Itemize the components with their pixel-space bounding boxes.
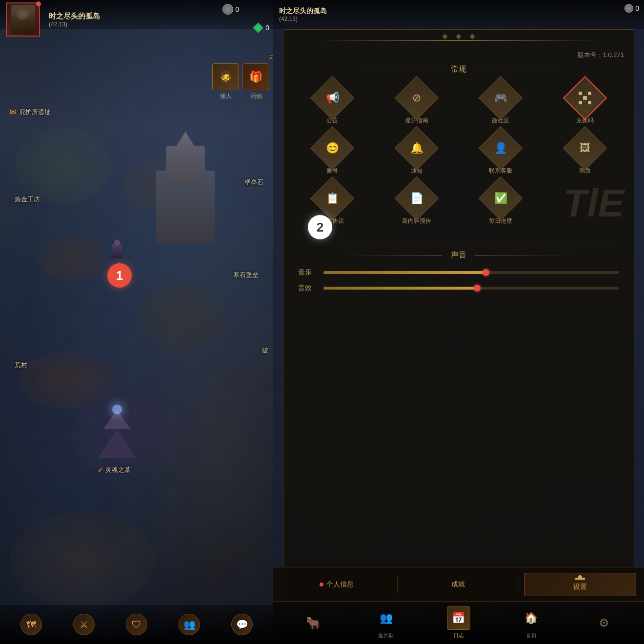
diamond-announcement: 📢 [310, 76, 355, 120]
nav-icon-battle: ⚔ [73, 614, 95, 635]
shelter-area: ✉ 庇护所遗址 [10, 107, 51, 117]
nav-btn-battle[interactable]: ⚔ [73, 614, 95, 635]
nav-icon-map: 🗺 [20, 614, 42, 635]
icon-cell-support[interactable]: 👤 联系客服 [462, 133, 540, 175]
right-location-name: 时之尽头的孤岛 [279, 7, 327, 16]
diamond-account: 😊 [310, 126, 355, 171]
music-slider-track[interactable] [323, 271, 619, 274]
icon-cell-redeem[interactable]: 兑换码 [546, 82, 624, 125]
right-location-info: 时之尽头的孤岛 (42,13) [279, 7, 327, 22]
announcement-icon: 📢 [326, 92, 339, 104]
icon-cell-quality[interactable]: 🖼 画质 [546, 133, 624, 175]
support-icon: 👤 [494, 142, 507, 155]
icon-cell-account[interactable]: 😊 账号 [293, 133, 372, 175]
qr-c1 [579, 92, 582, 95]
tab-label-home: 首页 [526, 632, 537, 639]
avatar-box[interactable] [6, 2, 40, 37]
coin-icon-left [222, 4, 233, 15]
activity-button[interactable]: 🎁 活动 [242, 63, 269, 100]
icon-cell-privacy[interactable]: 📋 隐私协议 [293, 183, 372, 225]
gem-display-left: 0 [253, 22, 269, 33]
settings-diamond-icon [575, 578, 585, 580]
settings-overlay: 版本号：1.0.271 常规 📢 公告 ⊘ 提升指南 [283, 29, 634, 600]
sound-section: 声音 音乐 音效 [283, 250, 634, 293]
qr-c5 [583, 96, 586, 99]
avatar-container[interactable] [6, 2, 40, 37]
sfx-slider-thumb[interactable] [474, 285, 481, 292]
nav-btn-chat[interactable]: 💬 [231, 614, 253, 635]
diamond-guide: ⊘ [394, 76, 439, 120]
diamond-quality: 🖼 [563, 126, 607, 171]
nav-btn-map[interactable]: 🗺 [20, 614, 42, 635]
qr-c2 [583, 92, 586, 95]
shelter-icon: ✉ [10, 107, 16, 117]
nav-btn-team[interactable]: 👥 [179, 614, 200, 635]
music-slider-fill [323, 271, 486, 274]
music-slider-thumb[interactable] [483, 269, 489, 276]
dwarf-button[interactable]: 🧔 矮人 [212, 63, 239, 100]
diamond-privacy: 📋 [310, 176, 355, 221]
nav-icon-chat: 💬 [231, 614, 253, 635]
avatar-figure [11, 5, 35, 34]
coin-count-left: 0 [235, 5, 239, 13]
tab-icon-return: 👥 [374, 606, 398, 630]
tab-item-left-demon[interactable]: 🐂 [302, 611, 325, 635]
sfx-slider-track[interactable] [323, 287, 619, 290]
soul-grave-label-container: ✓ 灵魂之墓 [98, 466, 131, 474]
icon-cell-notify[interactable]: 🔔 通知 [378, 133, 456, 175]
icon-cell-daily[interactable]: ✅ 每日进度 [462, 183, 540, 225]
qr-code-icon [579, 92, 591, 104]
top-diamond-2 [456, 34, 461, 39]
settings-top-decoration [283, 30, 634, 39]
activity-label: 活动 [250, 92, 262, 100]
redeem-icon [579, 92, 591, 104]
icon-cell-preview[interactable]: 📄 新内容预告 [378, 183, 456, 225]
right-location-coords: (42,13) [279, 16, 327, 22]
settings-content: 版本号：1.0.271 常规 📢 公告 ⊘ 提升指南 [283, 43, 634, 243]
tab-icon-home: 🏠 [520, 606, 543, 630]
avatar-dot [36, 1, 41, 6]
step-badge-2: 2 [308, 215, 332, 239]
qr-c4 [579, 96, 582, 99]
community-icon: 🎮 [494, 92, 507, 104]
left-panel: 时之尽头的孤岛 (42,13) 0 0 天际步道人口 🧔 矮人 🎁 活动 ✉ 庇… [0, 0, 273, 644]
top-bar-right: 时之尽头的孤岛 (42,13) 0 [273, 0, 644, 29]
sfx-label: 音效 [298, 284, 318, 293]
tab-item-daily[interactable]: 📅 日志 [447, 606, 470, 639]
icon-grid-row2: 😊 账号 🔔 通知 👤 联系客服 [293, 133, 624, 175]
location-name: 时之尽头的孤岛 [49, 12, 100, 21]
icon-grid-row3: 📋 隐私协议 📄 新内容预告 ✅ 每日进度 [293, 183, 624, 225]
soul-grave-label: 灵魂之墓 [105, 466, 131, 474]
coin-display-left: 0 [222, 4, 239, 15]
check-icon: ✓ [98, 466, 103, 474]
guide-icon: ⊘ [412, 92, 421, 104]
personal-info-dot [320, 583, 323, 586]
icon-cell-announcement[interactable]: 📢 公告 [293, 82, 372, 125]
dwarf-label: 矮人 [220, 92, 232, 100]
nav-icon-team: 👥 [179, 614, 200, 635]
settings-btn-content: 设置 [573, 578, 587, 591]
tab-item-home[interactable]: 🏠 首页 [520, 606, 543, 639]
right-top-right: 0 [624, 4, 639, 13]
achievement-button[interactable]: 成就 [402, 573, 514, 596]
coin-display-right: 0 [624, 4, 639, 13]
version-line: 版本号：1.0.271 [293, 51, 624, 59]
gem-icon-left [253, 22, 263, 33]
tab-icon-right: ⚙ [592, 611, 616, 635]
diamond-redeem [563, 76, 607, 120]
personal-info-button[interactable]: 个人信息 [281, 573, 392, 596]
icon-cell-community[interactable]: 🎮 微社区 [462, 82, 540, 125]
nav-btn-defense[interactable]: 🛡 [126, 614, 147, 635]
tab-item-return[interactable]: 👥 返回队 [374, 606, 398, 639]
settings-button[interactable]: 设置 [524, 573, 636, 596]
achievement-label: 成就 [451, 580, 465, 589]
location-coords: (42,13) [49, 21, 100, 28]
bottom-action-bar: 个人信息 成就 设置 [273, 567, 644, 601]
separator-1 [293, 246, 624, 246]
icon-cell-guide[interactable]: ⊘ 提升指南 [378, 82, 456, 125]
icon-grid-row1: 📢 公告 ⊘ 提升指南 🎮 微社区 [293, 82, 624, 125]
bottom-tab-bar: 🐂 👥 返回队 📅 日志 🏠 首页 ⚙ [273, 601, 644, 644]
tab-item-right[interactable]: ⚙ [592, 611, 616, 635]
quality-icon: 🖼 [580, 142, 590, 155]
location-info: 时之尽头的孤岛 (42,13) [49, 12, 100, 28]
